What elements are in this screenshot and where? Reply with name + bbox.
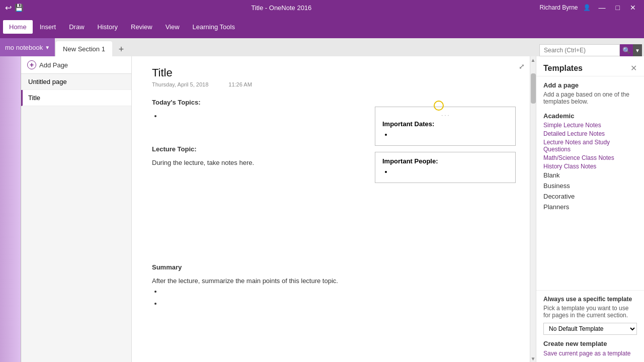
ribbon-tab-insert[interactable]: Insert: [34, 20, 62, 34]
history-class-notes-link[interactable]: History Class Notes: [543, 163, 637, 170]
summary-bullet-2: [162, 299, 516, 309]
simple-lecture-notes-link[interactable]: Simple Lecture Notes: [543, 122, 637, 129]
summary-label: Summary: [152, 262, 516, 273]
templates-footer: Always use a specific template Pick a te…: [536, 290, 644, 362]
maximize-button[interactable]: □: [613, 4, 623, 12]
search-bar: 🔍 ▼: [539, 44, 642, 56]
page-item-title[interactable]: Title: [21, 90, 131, 106]
templates-header: Templates ✕: [536, 56, 644, 76]
always-use-template-desc: Pick a template you want to use for page…: [543, 305, 637, 319]
scroll-up-arrow[interactable]: ▲: [530, 56, 536, 63]
note-date: Thursday, April 5, 2018: [152, 81, 208, 87]
important-dates-box[interactable]: · · · Important Dates:: [375, 107, 516, 146]
planners-category-link[interactable]: Planners: [543, 203, 637, 211]
drag-handle-dots: · · ·: [382, 112, 508, 118]
ribbon: Home Insert Draw History Review View Lea…: [0, 15, 644, 38]
ribbon-tab-review[interactable]: Review: [125, 20, 158, 34]
notebook-sidebar-strip: [0, 56, 21, 362]
titlebar-right: Richard Byrne 👤 — □ ✕: [539, 4, 639, 12]
ribbon-tab-view[interactable]: View: [159, 20, 186, 34]
undo-icon[interactable]: ↩: [5, 3, 12, 13]
save-template-link[interactable]: Save current page as a template: [543, 350, 630, 357]
ribbon-tab-draw[interactable]: Draw: [63, 20, 90, 34]
account-icon[interactable]: 👤: [583, 4, 591, 11]
add-section-button[interactable]: +: [114, 42, 128, 56]
blank-category-link[interactable]: Blank: [543, 171, 637, 179]
notebook-label[interactable]: mo notebook ▼: [0, 38, 55, 56]
notebook-chevron-icon: ▼: [45, 45, 50, 50]
close-button[interactable]: ✕: [627, 4, 639, 12]
business-category-link[interactable]: Business: [543, 182, 637, 190]
important-dates-label: Important Dates:: [382, 120, 508, 128]
add-page-section-title: Add a page: [543, 81, 637, 89]
scroll-down-arrow[interactable]: ▼: [530, 355, 536, 362]
ribbon-tab-history[interactable]: History: [92, 20, 124, 34]
add-page-icon: +: [27, 60, 36, 69]
date-bullet-1: [392, 131, 508, 138]
add-page-label: Add Page: [39, 61, 68, 69]
templates-panel: Templates ✕ Add a page Add a page based …: [536, 56, 644, 362]
summary-desc: After the lecture, summarize the main po…: [152, 276, 516, 287]
default-template-dropdown[interactable]: No Default Template: [543, 323, 637, 335]
add-page-button[interactable]: + Add Page: [21, 56, 131, 74]
scroll-thumb[interactable]: [531, 73, 536, 104]
section-tab-new[interactable]: New Section 1: [56, 41, 112, 56]
lecture-notes-study-link[interactable]: Lecture Notes and Study Questions: [543, 139, 637, 153]
main-layout: + Add Page Untitled page Title ⤢ Title T…: [0, 56, 644, 362]
vertical-scrollbar[interactable]: ▲ ▼: [530, 56, 536, 362]
academic-category-label: Academic: [543, 112, 637, 120]
ribbon-tab-home[interactable]: Home: [3, 20, 33, 34]
titlebar: ↩ 💾 Title - OneNote 2016 Richard Byrne 👤…: [0, 0, 644, 15]
note-date-time: Thursday, April 5, 2018 11:26 AM: [152, 81, 516, 87]
user-name: Richard Byrne: [539, 4, 578, 11]
page-list: + Add Page Untitled page Title: [21, 56, 132, 362]
note-area: ⤢ Title Thursday, April 5, 2018 11:26 AM…: [132, 56, 536, 362]
templates-close-button[interactable]: ✕: [630, 63, 637, 73]
window-controls: — □ ✕: [596, 4, 639, 12]
important-people-label: Important People:: [382, 157, 508, 165]
search-dropdown-button[interactable]: ▼: [633, 44, 642, 56]
summary-bullet-1: [162, 287, 516, 297]
important-dates-list: [392, 131, 508, 138]
app-title: Title - OneNote 2016: [251, 4, 311, 12]
detailed-lecture-notes-link[interactable]: Detailed Lecture Notes: [543, 130, 637, 137]
page-item-label: Title: [28, 94, 40, 102]
important-people-box[interactable]: Important People:: [375, 152, 516, 183]
notebook-name: mo notebook: [5, 44, 43, 51]
minimize-button[interactable]: —: [596, 4, 609, 12]
note-time: 11:26 AM: [228, 81, 252, 87]
templates-body: Add a page Add a page based on one of th…: [536, 76, 644, 290]
section-bar: mo notebook ▼ New Section 1 + 🔍 ▼: [0, 38, 644, 56]
important-people-list: [392, 168, 508, 175]
titlebar-left: ↩ 💾: [5, 3, 23, 13]
note-scroll: Title Thursday, April 5, 2018 11:26 AM T…: [132, 56, 536, 362]
search-input[interactable]: [539, 44, 620, 56]
people-bullet-1: [392, 168, 508, 175]
save-icon[interactable]: 💾: [15, 4, 23, 12]
ribbon-tab-learning-tools[interactable]: Learning Tools: [187, 20, 241, 34]
templates-panel-title: Templates: [543, 64, 583, 73]
add-page-section-desc: Add a page based on one of the templates…: [543, 91, 637, 105]
expand-button[interactable]: ⤢: [517, 61, 527, 71]
always-use-template-title: Always use a specific template: [543, 296, 637, 303]
search-button[interactable]: 🔍: [620, 44, 633, 56]
page-item-untitled[interactable]: Untitled page: [21, 74, 131, 90]
note-title: Title: [152, 66, 516, 79]
page-item-label: Untitled page: [28, 78, 67, 85]
decorative-category-link[interactable]: Decorative: [543, 193, 637, 200]
summary-list: [162, 287, 516, 310]
math-science-notes-link[interactable]: Math/Science Class Notes: [543, 154, 637, 161]
create-template-title: Create new template: [543, 340, 637, 347]
section-tab-label: New Section 1: [63, 45, 105, 53]
